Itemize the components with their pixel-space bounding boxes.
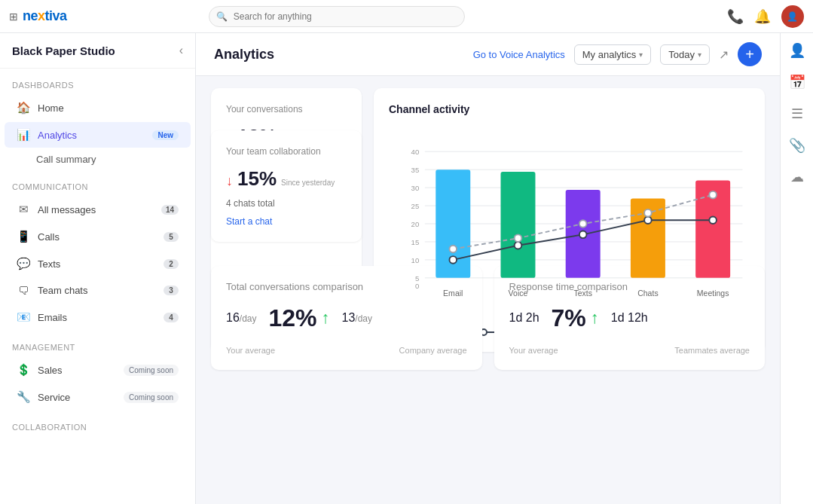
service-coming-soon-badge: Coming soon	[124, 392, 179, 403]
sidebar-item-home[interactable]: 🏠 Home	[5, 95, 191, 121]
paperclip-icon[interactable]: 📎	[789, 137, 805, 154]
sidebar-item-home-label: Home	[38, 102, 179, 114]
logo: ⊞ nextiva	[9, 8, 67, 24]
search-icon: 🔍	[216, 11, 228, 22]
svg-point-23	[515, 242, 522, 249]
svg-point-30	[644, 209, 652, 217]
channel-activity-title: Channel activity	[389, 103, 750, 115]
sidebar-item-service[interactable]: 🔧 Service Coming soon	[5, 384, 191, 410]
analytics-new-badge: New	[152, 130, 179, 140]
bell-icon[interactable]: 🔔	[754, 8, 771, 25]
sidebar-item-sales[interactable]: 💲 Sales Coming soon	[5, 357, 191, 383]
logo-text: nextiva	[23, 8, 67, 24]
svg-text:15: 15	[411, 238, 420, 246]
all-messages-badge: 14	[161, 205, 179, 215]
collaboration-card: Your team collaboration ↓ 15% Since yest…	[211, 130, 362, 242]
emails-icon: 📧	[17, 310, 30, 324]
conversations-card-title: Your conversations	[226, 103, 347, 116]
management-section-label: Management	[0, 331, 195, 356]
right-icon-rail: 👤 📅 ☰ 📎 ☁	[780, 33, 813, 504]
analytics-icon: 📊	[17, 128, 30, 142]
home-icon: 🏠	[17, 101, 30, 115]
topnav-actions: 📞 🔔 👤	[727, 5, 804, 28]
svg-text:40: 40	[411, 148, 420, 156]
sidebar-item-calls[interactable]: 📱 Calls 5	[5, 224, 191, 249]
calendar-icon[interactable]: 📅	[789, 74, 805, 90]
svg-text:Texts: Texts	[573, 289, 592, 298]
today-label: Today	[668, 49, 695, 60]
response-your-label: Your average	[509, 346, 558, 355]
texts-icon: 💬	[17, 257, 30, 270]
sidebar-item-sales-label: Sales	[38, 365, 112, 376]
collaboration-since: Since yesterday	[281, 179, 335, 187]
dashboard-content: Your conversations ↑ 12% Since yesterday…	[196, 76, 780, 382]
voice-analytics-link[interactable]: Go to Voice Analytics	[473, 49, 565, 60]
collaboration-card-title: Your team collaboration	[226, 145, 347, 158]
call-summary-label: Call summary	[36, 154, 96, 165]
sales-icon: 💲	[17, 363, 30, 377]
channel-chart-svg: 40 35 30 25 20 15 10 5 0	[389, 126, 750, 322]
sidebar: Black Paper Studio ‹ Dashboards 🏠 Home 📊…	[0, 33, 196, 504]
sidebar-item-call-summary[interactable]: Call summary	[5, 149, 191, 170]
svg-text:10: 10	[411, 256, 420, 264]
top-navigation: ⊞ nextiva 🔍 📞 🔔 👤	[0, 0, 813, 33]
sidebar-item-team-chats[interactable]: 🗨 Team chats 3	[5, 278, 191, 303]
sidebar-item-emails-label: Emails	[38, 312, 156, 323]
start-chat-link[interactable]: Start a chat	[226, 216, 347, 227]
svg-point-27	[449, 246, 457, 253]
sidebar-item-service-label: Service	[38, 392, 112, 403]
sidebar-item-all-messages-label: All messages	[38, 204, 154, 215]
svg-text:0: 0	[415, 282, 419, 290]
main-content: Analytics Go to Voice Analytics My analy…	[196, 33, 780, 504]
sales-coming-soon-badge: Coming soon	[124, 365, 179, 376]
cloud-icon[interactable]: ☁	[790, 169, 804, 185]
page-header: Analytics Go to Voice Analytics My analy…	[196, 33, 780, 76]
workspace-name: Black Paper Studio	[12, 44, 115, 57]
svg-text:Meetings: Meetings	[697, 289, 729, 298]
svg-text:5: 5	[415, 274, 419, 283]
total-company-avg: 13/day	[342, 311, 372, 325]
collaboration-arrow-down: ↓	[226, 173, 233, 189]
sidebar-item-texts[interactable]: 💬 Texts 2	[5, 251, 191, 276]
user-circle-icon[interactable]: 👤	[789, 42, 805, 59]
svg-text:30: 30	[411, 184, 420, 192]
sidebar-item-analytics[interactable]: 📊 Analytics New	[5, 122, 191, 148]
calls-badge: 5	[164, 232, 179, 242]
today-dropdown[interactable]: Today ▾	[660, 44, 710, 65]
svg-text:20: 20	[411, 220, 420, 228]
collaboration-stat-value: ↓ 15% Since yesterday	[226, 167, 347, 191]
main-layout: Black Paper Studio ‹ Dashboards 🏠 Home 📊…	[0, 33, 813, 504]
channel-chart: 40 35 30 25 20 15 10 5 0	[389, 126, 750, 322]
total-company-avg-num: 13/day	[342, 311, 372, 324]
page-title: Analytics	[214, 47, 464, 63]
total-your-avg: 16/day	[226, 311, 256, 325]
total-company-label: Company average	[399, 346, 467, 355]
user-avatar[interactable]: 👤	[781, 5, 804, 28]
share-icon[interactable]: ↗	[719, 47, 729, 62]
today-chevron: ▾	[698, 50, 701, 59]
collaboration-card-wrapper: Your team collaboration ↓ 15% Since yest…	[211, 130, 362, 242]
svg-text:Voice: Voice	[509, 289, 528, 298]
sidebar-item-all-messages[interactable]: ✉ All messages 14	[5, 197, 191, 222]
svg-text:Email: Email	[443, 289, 463, 298]
svg-text:25: 25	[411, 202, 420, 210]
collaboration-section-label: Collaboration	[0, 411, 195, 436]
total-your-avg-num: 16/day	[226, 311, 256, 324]
response-teammates-label: Teammates average	[674, 346, 750, 355]
svg-point-25	[644, 216, 652, 224]
svg-text:35: 35	[411, 166, 420, 174]
my-analytics-label: My analytics	[582, 49, 637, 60]
collapse-sidebar-button[interactable]: ‹	[179, 44, 183, 57]
add-button[interactable]: +	[738, 42, 762, 66]
list-icon[interactable]: ☰	[791, 105, 803, 122]
service-icon: 🔧	[17, 390, 30, 404]
my-analytics-dropdown[interactable]: My analytics ▾	[574, 44, 652, 65]
svg-point-22	[449, 256, 457, 264]
emails-badge: 4	[164, 313, 179, 322]
messages-icon: ✉	[17, 203, 30, 216]
search-container: 🔍	[209, 6, 465, 27]
phone-icon[interactable]: 📞	[727, 8, 744, 25]
sidebar-item-emails[interactable]: 📧 Emails 4	[5, 304, 191, 330]
sidebar-item-calls-label: Calls	[38, 231, 156, 243]
search-input[interactable]	[209, 6, 465, 27]
